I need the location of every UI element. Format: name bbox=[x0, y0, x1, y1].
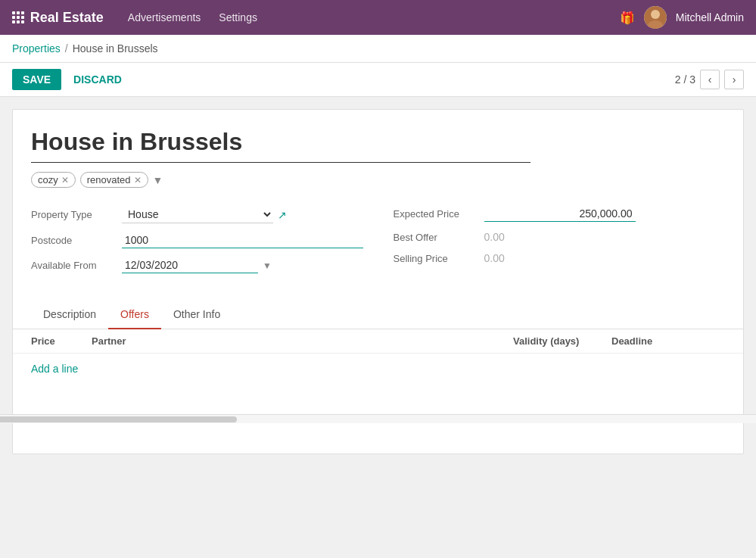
col-header-action bbox=[702, 335, 725, 347]
col-header-partner: Partner bbox=[92, 335, 513, 347]
field-available-from: Available From ▼ bbox=[31, 257, 363, 273]
offers-table: Price Partner Validity (days) Deadline A… bbox=[13, 329, 743, 423]
nav-settings[interactable]: Settings bbox=[219, 11, 257, 23]
tab-offers[interactable]: Offers bbox=[108, 301, 161, 329]
selling-price-label: Selling Price bbox=[394, 253, 484, 264]
property-type-select-row: House ↗ bbox=[122, 206, 363, 223]
field-property-type: Property Type House ↗ bbox=[31, 206, 363, 223]
tab-description-label: Description bbox=[43, 308, 96, 320]
table-body: Add a line bbox=[13, 354, 743, 414]
tag-renovated: renovated ✕ bbox=[80, 172, 148, 188]
add-line-button[interactable]: Add a line bbox=[31, 360, 78, 378]
svg-point-1 bbox=[651, 10, 660, 19]
form-card: House in Brussels cozy ✕ renovated ✕ ▼ P… bbox=[12, 109, 744, 454]
save-button[interactable]: SAVE bbox=[12, 69, 61, 90]
col-header-validity: Validity (days) bbox=[513, 335, 611, 347]
nav-advertisements[interactable]: Advertisements bbox=[128, 11, 201, 23]
expected-price-input[interactable] bbox=[484, 206, 636, 222]
available-from-dropdown-icon[interactable]: ▼ bbox=[263, 260, 272, 271]
field-selling-price: Selling Price 0.00 bbox=[394, 252, 726, 264]
form-toolbar: SAVE DISCARD 2 / 3 ‹ › bbox=[0, 63, 756, 97]
tags-dropdown-icon[interactable]: ▼ bbox=[153, 174, 163, 186]
table-header: Price Partner Validity (days) Deadline bbox=[13, 329, 743, 354]
pager: 2 / 3 ‹ › bbox=[675, 70, 744, 89]
postcode-label: Postcode bbox=[31, 235, 122, 246]
tag-cozy-label: cozy bbox=[38, 174, 58, 185]
property-type-external-link-icon[interactable]: ↗ bbox=[278, 209, 287, 221]
best-offer-label: Best Offer bbox=[394, 232, 484, 243]
fields-left: Property Type House ↗ Postcode Available… bbox=[31, 206, 363, 282]
app-title: Real Estate bbox=[30, 10, 104, 26]
property-type-label: Property Type bbox=[31, 209, 122, 220]
top-navigation: Real Estate Advertisements Settings 🎁 Mi… bbox=[0, 0, 756, 35]
field-expected-price: Expected Price bbox=[394, 206, 726, 222]
tag-cozy-remove[interactable]: ✕ bbox=[61, 175, 69, 185]
pager-total: 3 bbox=[689, 73, 695, 86]
postcode-input[interactable] bbox=[122, 232, 363, 248]
property-type-select[interactable]: House bbox=[122, 206, 273, 223]
tag-renovated-label: renovated bbox=[87, 174, 131, 185]
pager-prev-button[interactable]: ‹ bbox=[700, 70, 720, 89]
breadcrumb-parent[interactable]: Properties bbox=[12, 42, 61, 55]
topnav-right: 🎁 Mitchell Admin bbox=[620, 6, 744, 29]
tag-cozy: cozy ✕ bbox=[31, 172, 76, 188]
app-menu-icon[interactable] bbox=[12, 11, 24, 23]
breadcrumb: Properties / House in Brussels bbox=[0, 35, 756, 63]
field-postcode: Postcode bbox=[31, 232, 363, 248]
best-offer-value: 0.00 bbox=[484, 231, 505, 243]
gift-icon[interactable]: 🎁 bbox=[620, 11, 635, 25]
pager-next-button[interactable]: › bbox=[724, 70, 744, 89]
main-content: House in Brussels cozy ✕ renovated ✕ ▼ P… bbox=[0, 97, 756, 555]
property-title: House in Brussels bbox=[31, 128, 530, 163]
col-header-deadline: Deadline bbox=[611, 335, 702, 347]
available-from-input[interactable] bbox=[122, 257, 258, 273]
expected-price-label: Expected Price bbox=[394, 208, 484, 220]
tags-row: cozy ✕ renovated ✕ ▼ bbox=[31, 172, 725, 188]
pager-current: 2 bbox=[675, 73, 681, 86]
tabs-bar: Description Offers Other Info bbox=[13, 301, 743, 329]
available-from-row: ▼ bbox=[122, 257, 363, 273]
form-card-bottom bbox=[31, 423, 725, 454]
fields-right: Expected Price Best Offer 0.00 Selling P… bbox=[394, 206, 726, 282]
tab-other-info-label: Other Info bbox=[173, 308, 220, 320]
fields-section: Property Type House ↗ Postcode Available… bbox=[31, 206, 725, 282]
horizontal-scrollbar[interactable] bbox=[0, 414, 756, 423]
username-label[interactable]: Mitchell Admin bbox=[676, 11, 744, 23]
tab-description[interactable]: Description bbox=[31, 301, 108, 329]
selling-price-value: 0.00 bbox=[484, 252, 505, 264]
tab-offers-label: Offers bbox=[120, 308, 149, 320]
topnav-links: Advertisements Settings bbox=[128, 11, 620, 23]
breadcrumb-separator: / bbox=[65, 42, 68, 55]
tag-renovated-remove[interactable]: ✕ bbox=[134, 175, 142, 185]
breadcrumb-current: House in Brussels bbox=[73, 42, 158, 55]
pager-text: 2 / 3 bbox=[675, 73, 695, 86]
tab-other-info[interactable]: Other Info bbox=[161, 301, 232, 329]
available-from-label: Available From bbox=[31, 260, 122, 271]
avatar[interactable] bbox=[644, 6, 667, 29]
field-best-offer: Best Offer 0.00 bbox=[394, 231, 726, 243]
scrollbar-thumb[interactable] bbox=[0, 416, 237, 422]
col-header-price: Price bbox=[31, 335, 92, 347]
discard-button[interactable]: DISCARD bbox=[67, 69, 128, 90]
